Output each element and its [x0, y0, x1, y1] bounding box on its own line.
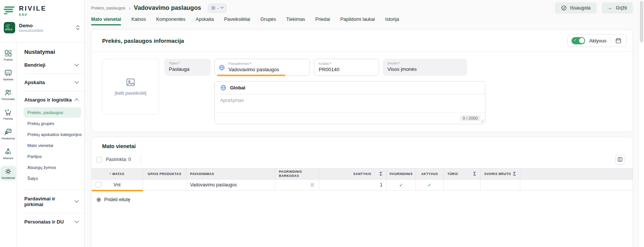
col-header-matas[interactable]: *MATAS	[91, 169, 143, 179]
chevron-down-icon	[74, 79, 79, 83]
row-checkbox[interactable]	[96, 182, 101, 188]
resize-handle[interactable]	[480, 119, 484, 123]
col-header-aktyvus[interactable]: AKTYVUS	[416, 169, 444, 179]
columns-icon	[617, 156, 623, 163]
col-header-santykis[interactable]: SANTYKISΣ	[319, 169, 387, 179]
tab-istorija[interactable]: Istorija	[385, 17, 399, 25]
active-toggle[interactable]: ✓	[572, 37, 585, 44]
cell-pagrindinis-barkodas[interactable]	[275, 180, 319, 190]
tab-grupes[interactable]: Grupės	[260, 17, 276, 25]
tab-kainos[interactable]: Kainos	[131, 17, 146, 25]
back-button[interactable]: ← Grįžti	[602, 2, 633, 14]
rail-label: Atsargos	[3, 157, 14, 159]
card-title: Prekės, paslaugos informacija	[102, 38, 184, 44]
rail-item-pardavimai[interactable]: Pardavimai	[0, 127, 16, 141]
required-asterisk: *	[398, 61, 400, 65]
col-header-pagrindinis[interactable]: PAGRINDINIS	[387, 169, 416, 179]
add-row-button[interactable]: ⊕ Pridėti eilutę	[91, 191, 633, 202]
char-counter: 0 / 2000	[460, 115, 480, 121]
settings-sidebar: Nustatymai Bendrieji Apskaita Atsar	[17, 42, 84, 247]
company-selector[interactable]: RIVILE Demo Demo20240906	[4, 22, 81, 33]
sidebar-group-apskaita[interactable]: Apskaita	[24, 80, 84, 85]
app-window: RIVILE ERP RIVILE Demo Demo20240906	[0, 0, 644, 247]
tab-priedai[interactable]: Priedai	[315, 17, 330, 25]
tab-papildomi-laukai[interactable]: Papildomi laukai	[340, 17, 375, 25]
description-textarea[interactable]	[215, 94, 485, 111]
cell-santykis[interactable]: 1	[319, 180, 387, 190]
menu-lines-icon[interactable]	[310, 182, 315, 188]
active-toggle-pill: ✓ Aktyvus	[567, 34, 627, 47]
cell-turis[interactable]	[444, 180, 480, 190]
cell-matas[interactable]: Vnt	[91, 180, 143, 190]
breadcrumb-separator: ›	[129, 5, 131, 11]
cell-pavadinimas[interactable]: Vadovavimo paslaugos	[186, 180, 275, 190]
tab-apskaita[interactable]: Apskaita	[196, 17, 214, 25]
sidebar-item-salys[interactable]: Šalys	[24, 173, 81, 184]
sum-icon[interactable]: Σ	[473, 171, 476, 177]
col-header-gpais-produktas[interactable]: GPAIS PRODUKTAS	[143, 169, 186, 179]
calendar-button[interactable]	[614, 38, 622, 44]
cell-filler	[520, 180, 633, 190]
sidebar-group-pardavimai-ir-pirkimai[interactable]: Pardavimai ir pirkimai	[24, 196, 84, 207]
calendar-icon	[615, 38, 622, 44]
sidebar-item-atsargu-zymos[interactable]: Atsargų žymos	[24, 162, 81, 173]
cell-svoris-bruto[interactable]	[480, 180, 520, 190]
sidebar-item-prekes-paslaugos[interactable]: Prekės, paslaugos	[24, 107, 81, 118]
rail-item-personalas[interactable]: Personalas	[0, 87, 16, 102]
check-icon: ✓	[399, 182, 403, 188]
sidebar-group-bendrieji[interactable]: Bendrieji	[24, 62, 84, 68]
tab-paveiksleliai[interactable]: Paveikslėliai	[224, 17, 250, 25]
sidebar-group-atsargos-ir-logistika[interactable]: Atsargos ir logistika	[24, 97, 84, 103]
description-language-label: Global	[230, 85, 245, 91]
column-settings-button[interactable]	[615, 155, 625, 164]
variant-value: -	[217, 6, 219, 10]
sum-icon[interactable]: Σ	[379, 171, 383, 177]
sidebar-item-prekiu-apskaitos-kategorijos[interactable]: Prekių apskaitos kategorijos	[24, 129, 81, 140]
col-header-turis[interactable]: TŪRISΣ	[444, 169, 480, 179]
company-avatar: RIVILE	[4, 22, 15, 33]
col-header-svoris-bruto[interactable]: SVORIS BRUTOΣ	[480, 169, 520, 179]
tab-komponentes[interactable]: Komponentės	[156, 17, 185, 25]
saved-button[interactable]: Išsaugota	[555, 2, 597, 14]
main-content: Prekės, paslaugos › Vadovavimo paslaugos…	[85, 0, 644, 247]
rail-item-apskaita[interactable]: Apskaita	[0, 67, 16, 82]
rail-label: Pradžia	[4, 58, 13, 61]
cell-aktyvus[interactable]: ✓	[416, 180, 444, 190]
sidebar-item-prekiu-grupes[interactable]: Prekių grupės	[24, 118, 81, 129]
tab-tiekimas[interactable]: Tiekimas	[286, 17, 305, 25]
unfold-icon	[75, 25, 80, 31]
rail-label: Apskaita	[3, 78, 13, 81]
cell-pagrindinis[interactable]: ✓	[387, 180, 416, 190]
table-header-row: *MATAS GPAIS PRODUKTAS PAVADINIMAS PAGRI…	[91, 168, 633, 180]
gear-icon	[4, 167, 12, 175]
cell-gpais-produktas[interactable]	[143, 180, 186, 190]
col-header-pavadinimas[interactable]: PAVADINIMAS	[186, 169, 275, 179]
kodas-field[interactable]: Kodas* PR00140	[314, 59, 379, 76]
tab-mato-vienetai[interactable]: Mato vienetai	[91, 17, 121, 25]
globe-icon	[219, 64, 225, 71]
check-icon: ✓	[428, 182, 432, 188]
selection-count-label: Pasirinkta: 0	[106, 157, 131, 162]
sidebar-group-personalas-ir-du[interactable]: Personalas ir DU	[24, 219, 84, 225]
breadcrumb-parent[interactable]: Prekės, paslaugos	[91, 6, 126, 10]
company-name: Demo	[19, 23, 75, 28]
pavadinimas-value: Vadovavimo paslaugos	[228, 67, 305, 72]
active-toggle-label: Aktyvus	[589, 38, 606, 44]
col-header-pagrindinis-barkodas[interactable]: PAGRINDINIS BARKODAS	[275, 169, 319, 179]
chevron-up-icon	[74, 98, 79, 102]
image-upload-dropzone[interactable]: Įkelti paveikslėlį	[102, 59, 159, 114]
rail-item-atsargos[interactable]: Atsargos	[0, 146, 16, 161]
sum-icon[interactable]: Σ	[513, 171, 516, 177]
rail-item-pirkimai[interactable]: Pirkimai	[0, 107, 16, 122]
pavadinimas-field[interactable]: Pavadinimas* Vadovavimo paslaugos	[214, 59, 310, 76]
sidebar-item-mato-vienetai[interactable]: Mato vienetai	[24, 140, 81, 151]
variant-dropdown[interactable]: -	[208, 4, 227, 13]
rail-item-pradzia[interactable]: Pradžia	[0, 48, 16, 63]
scrollbar-thumb[interactable]	[640, 1, 643, 42]
rail-label: Personalas	[2, 98, 15, 100]
vertical-scrollbar[interactable]	[638, 0, 644, 247]
sidebar-item-partijos[interactable]: Partijos	[24, 151, 81, 162]
people-icon	[4, 89, 12, 97]
select-all-checkbox[interactable]	[96, 157, 102, 163]
rail-item-nustatymai[interactable]: Nustatymai	[0, 166, 16, 181]
